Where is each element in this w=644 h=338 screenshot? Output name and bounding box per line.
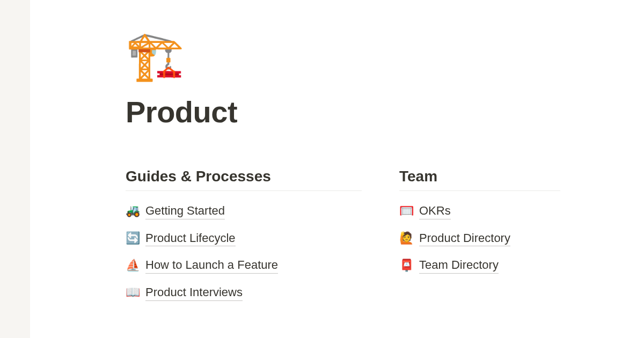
column-guides: Guides & Processes 🚜 Getting Started 🔄 P… (126, 168, 362, 301)
link-okrs[interactable]: 🥅 OKRs (399, 203, 451, 219)
page-icon[interactable]: 🏗️ (126, 32, 644, 79)
link-label: Product Directory (419, 230, 510, 247)
link-label: Product Interviews (145, 284, 243, 301)
section-title-team[interactable]: Team (399, 168, 560, 191)
section-title-guides[interactable]: Guides & Processes (126, 168, 362, 191)
person-raising-hand-icon: 🙋 (399, 232, 414, 244)
sidebar-sliver (0, 0, 30, 338)
refresh-icon: 🔄 (126, 232, 140, 244)
goal-net-icon: 🥅 (399, 205, 414, 217)
link-how-to-launch[interactable]: ⛵ How to Launch a Feature (126, 257, 278, 274)
book-icon: 📖 (126, 286, 140, 298)
link-label: Team Directory (419, 257, 499, 274)
link-product-lifecycle[interactable]: 🔄 Product Lifecycle (126, 230, 236, 247)
link-getting-started[interactable]: 🚜 Getting Started (126, 203, 225, 219)
link-list-guides: 🚜 Getting Started 🔄 Product Lifecycle ⛵ … (126, 203, 362, 301)
sailboat-icon: ⛵ (126, 260, 140, 271)
columns: Guides & Processes 🚜 Getting Started 🔄 P… (126, 168, 644, 301)
link-label: OKRs (419, 203, 451, 219)
link-product-interviews[interactable]: 📖 Product Interviews (126, 284, 243, 301)
link-product-directory[interactable]: 🙋 Product Directory (399, 230, 510, 247)
link-label: Product Lifecycle (145, 230, 236, 247)
link-label: Getting Started (145, 203, 225, 219)
link-team-directory[interactable]: 📮 Team Directory (399, 257, 499, 274)
postbox-icon: 📮 (399, 260, 414, 271)
link-list-team: 🥅 OKRs 🙋 Product Directory 📮 Team Direct… (399, 203, 560, 274)
page-title[interactable]: Product (126, 94, 644, 129)
column-team: Team 🥅 OKRs 🙋 Product Directory 📮 Team D… (399, 168, 560, 301)
link-label: How to Launch a Feature (145, 257, 278, 274)
main-content: 🏗️ Product Guides & Processes 🚜 Getting … (30, 0, 644, 338)
tractor-icon: 🚜 (126, 205, 140, 217)
